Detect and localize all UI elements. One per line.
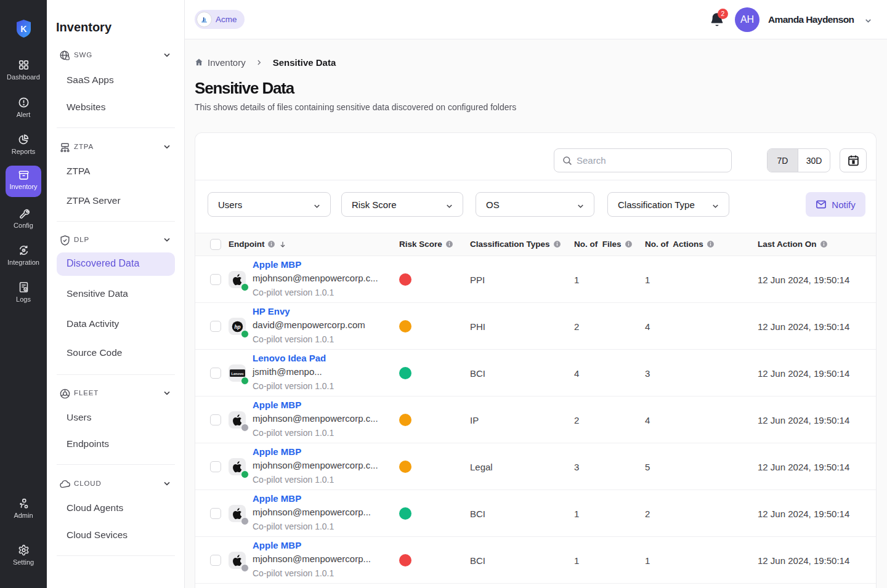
svg-text:hp: hp	[234, 323, 240, 329]
svg-text:K: K	[20, 24, 26, 34]
svg-text:Lenovo: Lenovo	[231, 372, 243, 376]
